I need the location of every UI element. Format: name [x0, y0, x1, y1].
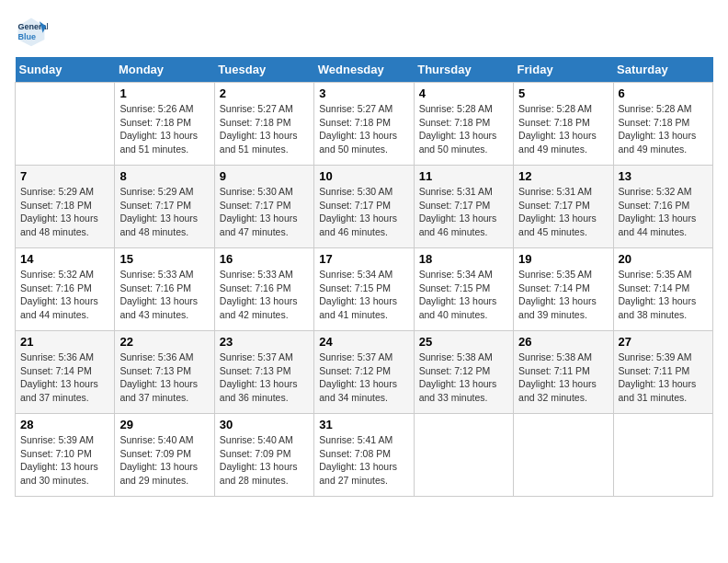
day-number: 7: [20, 169, 109, 183]
calendar-cell: [613, 414, 712, 497]
calendar-cell: 3 Sunrise: 5:27 AM Sunset: 7:18 PM Dayli…: [314, 83, 414, 166]
logo: General Blue: [15, 15, 51, 48]
day-number: 15: [119, 252, 209, 266]
calendar-cell: 22 Sunrise: 5:36 AM Sunset: 7:13 PM Dayl…: [115, 331, 214, 414]
day-info: Sunrise: 5:34 AM Sunset: 7:15 PM Dayligh…: [319, 268, 408, 322]
calendar-cell: 5 Sunrise: 5:28 AM Sunset: 7:18 PM Dayli…: [514, 83, 613, 166]
day-number: 28: [20, 418, 109, 431]
calendar-cell: 27 Sunrise: 5:39 AM Sunset: 7:11 PM Dayl…: [613, 331, 712, 414]
calendar-cell: 13 Sunrise: 5:32 AM Sunset: 7:16 PM Dayl…: [613, 166, 712, 248]
day-info: Sunrise: 5:28 AM Sunset: 7:18 PM Dayligh…: [419, 102, 508, 156]
calendar-cell: 7 Sunrise: 5:29 AM Sunset: 7:18 PM Dayli…: [16, 166, 115, 248]
day-number: 27: [619, 335, 708, 349]
calendar-cell: 9 Sunrise: 5:30 AM Sunset: 7:17 PM Dayli…: [214, 166, 313, 248]
day-number: 4: [419, 86, 508, 100]
day-number: 25: [419, 335, 508, 349]
day-info: Sunrise: 5:33 AM Sunset: 7:16 PM Dayligh…: [119, 268, 209, 322]
day-info: Sunrise: 5:36 AM Sunset: 7:14 PM Dayligh…: [20, 350, 109, 405]
calendar-cell: 4 Sunrise: 5:28 AM Sunset: 7:18 PM Dayli…: [414, 83, 513, 166]
weekday-header-saturday: Saturday: [613, 57, 712, 83]
calendar-cell: 14 Sunrise: 5:32 AM Sunset: 7:16 PM Dayl…: [16, 248, 115, 331]
weekday-header-sunday: Sunday: [16, 57, 115, 83]
day-number: 8: [119, 169, 209, 183]
day-number: 20: [619, 252, 708, 266]
page-header: General Blue: [15, 15, 713, 48]
day-number: 31: [319, 418, 408, 431]
day-number: 13: [619, 169, 708, 183]
calendar-cell: 30 Sunrise: 5:40 AM Sunset: 7:09 PM Dayl…: [214, 414, 313, 497]
calendar-cell: 20 Sunrise: 5:35 AM Sunset: 7:14 PM Dayl…: [613, 248, 712, 331]
calendar-cell: 25 Sunrise: 5:38 AM Sunset: 7:12 PM Dayl…: [414, 331, 513, 414]
day-info: Sunrise: 5:28 AM Sunset: 7:18 PM Dayligh…: [619, 102, 708, 156]
day-number: 1: [119, 86, 209, 100]
day-number: 3: [319, 86, 408, 100]
day-number: 12: [518, 169, 608, 183]
day-info: Sunrise: 5:30 AM Sunset: 7:17 PM Dayligh…: [319, 185, 408, 239]
day-number: 10: [319, 169, 408, 183]
day-info: Sunrise: 5:30 AM Sunset: 7:17 PM Dayligh…: [220, 185, 309, 239]
calendar-cell: 26 Sunrise: 5:38 AM Sunset: 7:11 PM Dayl…: [514, 331, 613, 414]
calendar-cell: 2 Sunrise: 5:27 AM Sunset: 7:18 PM Dayli…: [214, 83, 313, 166]
day-info: Sunrise: 5:40 AM Sunset: 7:09 PM Dayligh…: [220, 433, 309, 488]
calendar-cell: 16 Sunrise: 5:33 AM Sunset: 7:16 PM Dayl…: [214, 248, 313, 331]
day-number: 5: [518, 86, 608, 100]
day-info: Sunrise: 5:31 AM Sunset: 7:17 PM Dayligh…: [518, 185, 608, 239]
calendar-cell: 31 Sunrise: 5:41 AM Sunset: 7:08 PM Dayl…: [314, 414, 414, 497]
calendar-cell: 8 Sunrise: 5:29 AM Sunset: 7:17 PM Dayli…: [115, 166, 214, 248]
day-number: 26: [518, 335, 608, 349]
day-number: 11: [419, 169, 508, 183]
calendar-cell: 17 Sunrise: 5:34 AM Sunset: 7:15 PM Dayl…: [314, 248, 414, 331]
weekday-header-wednesday: Wednesday: [314, 57, 414, 83]
calendar-cell: 28 Sunrise: 5:39 AM Sunset: 7:10 PM Dayl…: [16, 414, 115, 497]
week-row-1: 1 Sunrise: 5:26 AM Sunset: 7:18 PM Dayli…: [16, 83, 713, 166]
calendar-cell: 1 Sunrise: 5:26 AM Sunset: 7:18 PM Dayli…: [115, 83, 214, 166]
day-info: Sunrise: 5:39 AM Sunset: 7:10 PM Dayligh…: [20, 433, 109, 488]
calendar-cell: 18 Sunrise: 5:34 AM Sunset: 7:15 PM Dayl…: [414, 248, 513, 331]
day-number: 6: [619, 86, 708, 100]
day-number: 29: [119, 418, 209, 431]
calendar-cell: 15 Sunrise: 5:33 AM Sunset: 7:16 PM Dayl…: [115, 248, 214, 331]
svg-text:Blue: Blue: [18, 32, 37, 41]
calendar-cell: [16, 83, 115, 166]
week-row-2: 7 Sunrise: 5:29 AM Sunset: 7:18 PM Dayli…: [16, 166, 713, 248]
day-number: 30: [220, 418, 309, 431]
day-info: Sunrise: 5:31 AM Sunset: 7:17 PM Dayligh…: [419, 185, 508, 239]
day-info: Sunrise: 5:32 AM Sunset: 7:16 PM Dayligh…: [20, 268, 109, 322]
day-number: 21: [20, 335, 109, 349]
calendar-cell: 11 Sunrise: 5:31 AM Sunset: 7:17 PM Dayl…: [414, 166, 513, 248]
calendar-cell: 29 Sunrise: 5:40 AM Sunset: 7:09 PM Dayl…: [115, 414, 214, 497]
calendar-cell: 23 Sunrise: 5:37 AM Sunset: 7:13 PM Dayl…: [214, 331, 313, 414]
day-info: Sunrise: 5:35 AM Sunset: 7:14 PM Dayligh…: [518, 268, 608, 322]
day-info: Sunrise: 5:40 AM Sunset: 7:09 PM Dayligh…: [119, 433, 209, 488]
calendar-cell: 19 Sunrise: 5:35 AM Sunset: 7:14 PM Dayl…: [514, 248, 613, 331]
day-number: 24: [319, 335, 408, 349]
day-info: Sunrise: 5:26 AM Sunset: 7:18 PM Dayligh…: [119, 102, 209, 156]
day-info: Sunrise: 5:37 AM Sunset: 7:12 PM Dayligh…: [319, 350, 408, 405]
weekday-header-tuesday: Tuesday: [214, 57, 313, 83]
calendar-cell: 10 Sunrise: 5:30 AM Sunset: 7:17 PM Dayl…: [314, 166, 414, 248]
weekday-header-thursday: Thursday: [414, 57, 513, 83]
calendar-cell: 12 Sunrise: 5:31 AM Sunset: 7:17 PM Dayl…: [514, 166, 613, 248]
weekday-header-monday: Monday: [115, 57, 214, 83]
day-info: Sunrise: 5:27 AM Sunset: 7:18 PM Dayligh…: [220, 102, 309, 156]
day-info: Sunrise: 5:36 AM Sunset: 7:13 PM Dayligh…: [119, 350, 209, 405]
day-info: Sunrise: 5:28 AM Sunset: 7:18 PM Dayligh…: [518, 102, 608, 156]
logo-icon: General Blue: [15, 15, 48, 48]
weekday-header-friday: Friday: [514, 57, 613, 83]
calendar-cell: 24 Sunrise: 5:37 AM Sunset: 7:12 PM Dayl…: [314, 331, 414, 414]
day-info: Sunrise: 5:41 AM Sunset: 7:08 PM Dayligh…: [319, 433, 408, 488]
calendar-cell: 6 Sunrise: 5:28 AM Sunset: 7:18 PM Dayli…: [613, 83, 712, 166]
day-number: 9: [220, 169, 309, 183]
day-info: Sunrise: 5:38 AM Sunset: 7:12 PM Dayligh…: [419, 350, 508, 405]
day-info: Sunrise: 5:34 AM Sunset: 7:15 PM Dayligh…: [419, 268, 508, 322]
day-info: Sunrise: 5:39 AM Sunset: 7:11 PM Dayligh…: [619, 350, 708, 405]
day-number: 18: [419, 252, 508, 266]
day-number: 16: [220, 252, 309, 266]
day-number: 2: [220, 86, 309, 100]
day-number: 22: [119, 335, 209, 349]
day-number: 19: [518, 252, 608, 266]
day-info: Sunrise: 5:37 AM Sunset: 7:13 PM Dayligh…: [220, 350, 309, 405]
calendar-cell: [514, 414, 613, 497]
day-info: Sunrise: 5:27 AM Sunset: 7:18 PM Dayligh…: [319, 102, 408, 156]
day-info: Sunrise: 5:29 AM Sunset: 7:17 PM Dayligh…: [119, 185, 209, 239]
